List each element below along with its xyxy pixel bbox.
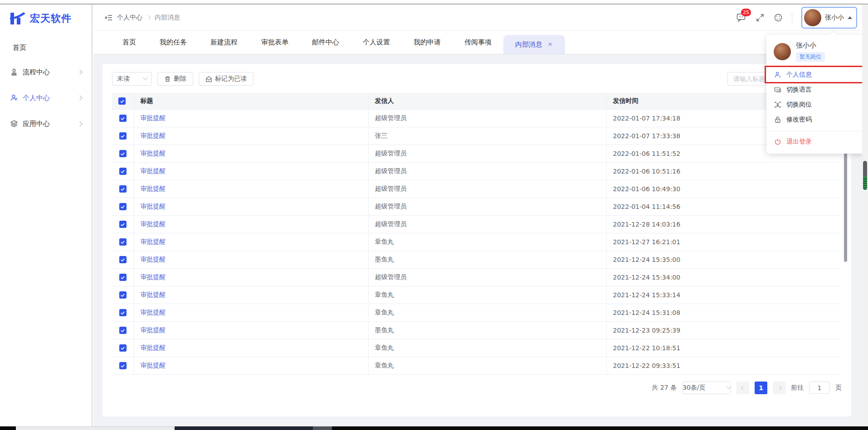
table-row[interactable]: 审批提醒 墨鱼丸 2021-12-24 15:35:00 (112, 251, 842, 268)
tab[interactable]: 传阅事项 (453, 31, 503, 54)
tab[interactable]: 新建流程 (199, 31, 249, 54)
row-checkbox[interactable] (119, 238, 127, 246)
row-checkbox[interactable] (119, 115, 127, 122)
message-title-cell: 审批提醒 (134, 145, 368, 162)
check-icon (120, 363, 125, 368)
message-title-link[interactable]: 审批提醒 (141, 362, 166, 369)
row-checkbox[interactable] (119, 327, 127, 334)
fullscreen-icon[interactable] (756, 13, 765, 22)
menu-item-change-password[interactable]: 修改密码 (766, 112, 864, 127)
user-menu-button[interactable]: 张小小 (801, 7, 857, 29)
next-page-button[interactable] (773, 382, 785, 394)
table-row[interactable]: 审批提醒 章鱼丸 2021-12-22 09:33:51 (112, 357, 842, 374)
row-checkbox[interactable] (119, 291, 127, 299)
taskbar-segment (16, 426, 175, 430)
message-title-link[interactable]: 审批提醒 (141, 273, 166, 280)
table-row[interactable]: 审批提醒 超级管理员 2022-01-07 17:34:18 (112, 109, 842, 127)
logo[interactable]: 宏天软件 (0, 5, 92, 25)
table-row[interactable]: 审批提醒 超级管理员 2022-01-06 11:51:52 (112, 145, 842, 162)
message-title-link[interactable]: 审批提醒 (141, 185, 166, 192)
goto-page-input[interactable] (809, 382, 830, 394)
row-checkbox[interactable] (119, 362, 127, 369)
tab[interactable]: 我的申请 (402, 31, 453, 54)
menu-item-logout[interactable]: 退出登录 (766, 134, 864, 149)
palette-icon[interactable] (774, 13, 783, 22)
sidebar-item-home[interactable]: 首页 (0, 39, 92, 57)
scrollbar-thumb[interactable] (863, 161, 867, 190)
row-checkbox[interactable] (119, 274, 127, 281)
table-row[interactable]: 审批提醒 墨鱼丸 2021-12-23 09:25:39 (112, 321, 842, 339)
message-title-link[interactable]: 审批提醒 (141, 167, 166, 174)
message-title-link[interactable]: 审批提醒 (141, 309, 166, 316)
sidebar-item-personal-center[interactable]: 个人中心 (0, 87, 92, 108)
check-icon (120, 116, 125, 121)
tab-close-icon[interactable] (547, 41, 553, 48)
select-all-checkbox[interactable] (118, 97, 126, 105)
message-title-link[interactable]: 审批提醒 (141, 132, 166, 139)
row-checkbox[interactable] (119, 309, 127, 316)
tab[interactable]: 审批表单 (249, 31, 300, 54)
table-row[interactable]: 审批提醒 章鱼丸 2021-12-24 15:33:14 (112, 286, 842, 304)
table-row[interactable]: 审批提醒 张三 2022-01-07 17:33:38 (112, 127, 842, 145)
table-row[interactable]: 审批提醒 章鱼丸 2021-12-27 16:21:01 (112, 233, 842, 251)
message-title-link[interactable]: 审批提醒 (141, 203, 166, 210)
tab[interactable]: 内部消息 (503, 35, 565, 54)
tab[interactable]: 我的任务 (148, 31, 199, 54)
table-row[interactable]: 审批提醒 超级管理员 2021-12-28 14:03:16 (112, 215, 842, 233)
sidebar-item-app-center[interactable]: 应用中心 (0, 113, 92, 134)
current-page-button[interactable]: 1 (755, 382, 767, 394)
row-checkbox[interactable] (119, 221, 127, 228)
row-checkbox[interactable] (119, 344, 127, 352)
breadcrumb-item[interactable]: 个人中心 (117, 14, 142, 22)
avatar (774, 43, 791, 60)
message-title-link[interactable]: 审批提醒 (141, 220, 166, 227)
row-checkbox-cell (112, 109, 134, 127)
read-status-select[interactable]: 未读 (112, 72, 152, 86)
table-row[interactable]: 审批提醒 超级管理员 2022-01-06 10:49:30 (112, 180, 842, 198)
menu-item-profile[interactable]: 个人信息 (766, 67, 864, 82)
browser-scrollbar[interactable] (862, 5, 868, 426)
table-row[interactable]: 审批提醒 超级管理员 2022-01-04 11:14:56 (112, 198, 842, 215)
row-checkbox-cell (112, 304, 134, 321)
sidebar-item-process-center[interactable]: 流程中心 (0, 62, 92, 82)
message-sender-cell: 超级管理员 (368, 109, 606, 127)
message-title-link[interactable]: 审批提醒 (141, 291, 166, 298)
collapse-menu-icon[interactable] (104, 14, 112, 21)
column-header-sender[interactable]: 发信人 (368, 93, 606, 109)
delete-button[interactable]: 删除 (157, 72, 193, 86)
row-checkbox[interactable] (119, 256, 127, 263)
column-header-title[interactable]: 标题 (134, 93, 368, 109)
table-row[interactable]: 审批提醒 超级管理员 2022-01-06 10:51:16 (112, 162, 842, 180)
tab[interactable]: 邮件中心 (300, 31, 351, 54)
notifications-button[interactable]: 25 (736, 13, 746, 22)
page-size-select[interactable]: 30条/页 (682, 382, 731, 394)
main-area: 个人中心 内部消息 25 (93, 5, 868, 426)
row-checkbox[interactable] (119, 150, 127, 157)
row-checkbox[interactable] (119, 203, 127, 210)
row-checkbox[interactable] (119, 185, 127, 193)
tab[interactable]: 个人设置 (351, 31, 402, 54)
message-sender-cell: 超级管理员 (368, 162, 606, 180)
message-title-link[interactable]: 审批提醒 (141, 256, 166, 263)
mark-read-button[interactable]: 标记为已读 (199, 72, 254, 86)
inner-scrollbar-thumb[interactable] (844, 150, 847, 262)
check-icon (120, 151, 125, 156)
tab-label: 我的申请 (414, 38, 441, 47)
table-row[interactable]: 审批提醒 超级管理员 2021-12-24 15:34:00 (112, 268, 842, 286)
message-title-link[interactable]: 审批提醒 (141, 238, 166, 245)
messages-table: 标题 发信人 发信时间 (112, 93, 842, 375)
menu-item-switch-language[interactable]: CN 切换语言 (766, 82, 864, 97)
prev-page-button[interactable] (736, 382, 749, 394)
message-title-link[interactable]: 审批提醒 (141, 114, 166, 121)
table-row[interactable]: 审批提醒 章鱼丸 2021-12-22 10:18:51 (112, 339, 842, 357)
table-row[interactable]: 审批提醒 章鱼丸 2021-12-24 15:31:08 (112, 304, 842, 321)
message-time-cell: 2021-12-24 15:35:00 (606, 251, 842, 268)
tab[interactable]: 首页 (111, 31, 148, 54)
message-title-link[interactable]: 审批提醒 (141, 326, 166, 333)
row-checkbox-cell (112, 127, 134, 145)
menu-item-switch-post[interactable]: 切换岗位 (766, 97, 864, 112)
row-checkbox[interactable] (119, 132, 127, 140)
row-checkbox[interactable] (119, 168, 127, 175)
message-title-link[interactable]: 审批提醒 (141, 150, 166, 157)
message-title-link[interactable]: 审批提醒 (141, 344, 166, 351)
